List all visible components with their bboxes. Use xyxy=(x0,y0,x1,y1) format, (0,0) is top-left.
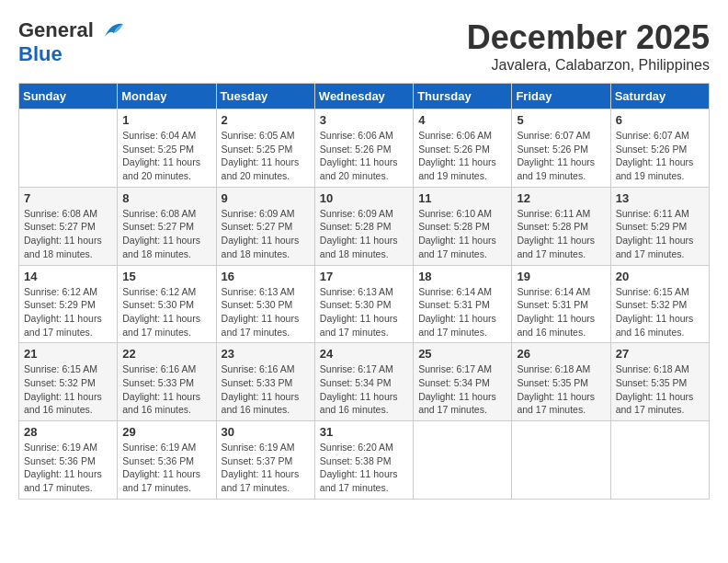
cell-day-number: 24 xyxy=(320,347,408,361)
cell-day-number: 11 xyxy=(418,191,506,205)
calendar-cell: 9Sunrise: 6:09 AMSunset: 5:27 PMDaylight… xyxy=(216,187,314,265)
cell-sun-info: Sunrise: 6:14 AMSunset: 5:31 PMDaylight:… xyxy=(418,285,506,339)
cell-day-number: 13 xyxy=(616,191,704,205)
calendar-cell: 22Sunrise: 6:16 AMSunset: 5:33 PMDayligh… xyxy=(118,343,216,421)
calendar-cell: 27Sunrise: 6:18 AMSunset: 5:35 PMDayligh… xyxy=(610,343,709,421)
month-title: December 2025 xyxy=(467,18,710,57)
cell-day-number: 6 xyxy=(616,113,704,127)
calendar-cell: 17Sunrise: 6:13 AMSunset: 5:30 PMDayligh… xyxy=(314,265,413,343)
cell-day-number: 19 xyxy=(517,270,605,283)
calendar-cell: 18Sunrise: 6:14 AMSunset: 5:31 PMDayligh… xyxy=(414,265,512,343)
cell-day-number: 17 xyxy=(320,270,408,283)
header-day-tuesday: Tuesday xyxy=(216,84,314,109)
cell-day-number: 26 xyxy=(517,347,605,361)
calendar-cell: 2Sunrise: 6:05 AMSunset: 5:25 PMDaylight… xyxy=(216,109,314,188)
header-day-wednesday: Wednesday xyxy=(314,84,413,109)
header-day-thursday: Thursday xyxy=(414,84,512,109)
cell-sun-info: Sunrise: 6:20 AMSunset: 5:38 PMDaylight:… xyxy=(320,441,408,495)
cell-sun-info: Sunrise: 6:19 AMSunset: 5:36 PMDaylight:… xyxy=(122,441,210,495)
cell-day-number: 29 xyxy=(122,425,210,439)
cell-sun-info: Sunrise: 6:09 AMSunset: 5:27 PMDaylight:… xyxy=(222,207,310,261)
calendar-cell: 6Sunrise: 6:07 AMSunset: 5:26 PMDaylight… xyxy=(610,109,709,188)
header-day-friday: Friday xyxy=(512,84,610,109)
header-day-monday: Monday xyxy=(118,84,216,109)
calendar-table: SundayMondayTuesdayWednesdayThursdayFrid… xyxy=(18,83,710,500)
calendar-cell: 13Sunrise: 6:11 AMSunset: 5:29 PMDayligh… xyxy=(610,187,709,265)
cell-day-number: 1 xyxy=(122,113,210,127)
calendar-cell: 21Sunrise: 6:15 AMSunset: 5:32 PMDayligh… xyxy=(19,343,118,421)
calendar-cell: 15Sunrise: 6:12 AMSunset: 5:30 PMDayligh… xyxy=(118,265,216,343)
calendar-cell: 7Sunrise: 6:08 AMSunset: 5:27 PMDaylight… xyxy=(19,187,118,265)
calendar-cell: 28Sunrise: 6:19 AMSunset: 5:36 PMDayligh… xyxy=(19,421,118,500)
cell-day-number: 2 xyxy=(222,113,310,127)
cell-sun-info: Sunrise: 6:12 AMSunset: 5:30 PMDaylight:… xyxy=(122,285,210,339)
calendar-cell: 20Sunrise: 6:15 AMSunset: 5:32 PMDayligh… xyxy=(610,265,709,343)
cell-sun-info: Sunrise: 6:06 AMSunset: 5:26 PMDaylight:… xyxy=(418,129,506,183)
calendar-cell: 16Sunrise: 6:13 AMSunset: 5:30 PMDayligh… xyxy=(216,265,314,343)
cell-sun-info: Sunrise: 6:15 AMSunset: 5:32 PMDaylight:… xyxy=(616,285,704,339)
calendar-week-row: 28Sunrise: 6:19 AMSunset: 5:36 PMDayligh… xyxy=(19,421,710,500)
cell-day-number: 15 xyxy=(122,270,210,283)
cell-day-number: 3 xyxy=(320,113,408,127)
logo-bird-icon xyxy=(97,20,125,40)
title-block: December 2025 Javalera, Calabarzon, Phil… xyxy=(467,18,710,74)
cell-sun-info: Sunrise: 6:17 AMSunset: 5:34 PMDaylight:… xyxy=(320,362,408,417)
calendar-cell: 26Sunrise: 6:18 AMSunset: 5:35 PMDayligh… xyxy=(512,343,610,421)
cell-day-number: 8 xyxy=(122,191,210,205)
calendar-cell xyxy=(512,421,610,500)
cell-sun-info: Sunrise: 6:11 AMSunset: 5:29 PMDaylight:… xyxy=(616,207,704,261)
calendar-cell: 19Sunrise: 6:14 AMSunset: 5:31 PMDayligh… xyxy=(512,265,610,343)
cell-sun-info: Sunrise: 6:17 AMSunset: 5:34 PMDaylight:… xyxy=(418,362,506,417)
cell-sun-info: Sunrise: 6:07 AMSunset: 5:26 PMDaylight:… xyxy=(616,129,704,183)
header-day-sunday: Sunday xyxy=(19,84,118,109)
logo-blue-text: Blue xyxy=(18,42,63,65)
calendar-week-row: 7Sunrise: 6:08 AMSunset: 5:27 PMDaylight… xyxy=(19,187,710,265)
calendar-week-row: 14Sunrise: 6:12 AMSunset: 5:29 PMDayligh… xyxy=(19,265,710,343)
cell-day-number: 16 xyxy=(222,270,310,283)
calendar-cell: 11Sunrise: 6:10 AMSunset: 5:28 PMDayligh… xyxy=(414,187,512,265)
cell-day-number: 30 xyxy=(222,425,310,439)
logo-general-text: General xyxy=(18,18,94,42)
cell-sun-info: Sunrise: 6:14 AMSunset: 5:31 PMDaylight:… xyxy=(517,285,605,339)
cell-sun-info: Sunrise: 6:13 AMSunset: 5:30 PMDaylight:… xyxy=(320,285,408,339)
cell-sun-info: Sunrise: 6:19 AMSunset: 5:36 PMDaylight:… xyxy=(24,441,112,495)
calendar-cell: 4Sunrise: 6:06 AMSunset: 5:26 PMDaylight… xyxy=(414,109,512,188)
cell-day-number: 25 xyxy=(418,347,506,361)
calendar-cell xyxy=(414,421,512,500)
calendar-cell: 24Sunrise: 6:17 AMSunset: 5:34 PMDayligh… xyxy=(314,343,413,421)
calendar-cell xyxy=(610,421,709,500)
calendar-week-row: 21Sunrise: 6:15 AMSunset: 5:32 PMDayligh… xyxy=(19,343,710,421)
cell-sun-info: Sunrise: 6:10 AMSunset: 5:28 PMDaylight:… xyxy=(418,207,506,261)
cell-sun-info: Sunrise: 6:15 AMSunset: 5:32 PMDaylight:… xyxy=(24,362,112,417)
calendar-cell: 8Sunrise: 6:08 AMSunset: 5:27 PMDaylight… xyxy=(118,187,216,265)
cell-sun-info: Sunrise: 6:11 AMSunset: 5:28 PMDaylight:… xyxy=(517,207,605,261)
cell-day-number: 28 xyxy=(24,425,112,439)
cell-sun-info: Sunrise: 6:12 AMSunset: 5:29 PMDaylight:… xyxy=(24,285,112,339)
calendar-cell: 29Sunrise: 6:19 AMSunset: 5:36 PMDayligh… xyxy=(118,421,216,500)
cell-sun-info: Sunrise: 6:08 AMSunset: 5:27 PMDaylight:… xyxy=(122,207,210,261)
cell-sun-info: Sunrise: 6:19 AMSunset: 5:37 PMDaylight:… xyxy=(222,441,310,495)
calendar-cell: 12Sunrise: 6:11 AMSunset: 5:28 PMDayligh… xyxy=(512,187,610,265)
cell-day-number: 31 xyxy=(320,425,408,439)
calendar-cell: 3Sunrise: 6:06 AMSunset: 5:26 PMDaylight… xyxy=(314,109,413,188)
calendar-cell: 5Sunrise: 6:07 AMSunset: 5:26 PMDaylight… xyxy=(512,109,610,188)
calendar-cell xyxy=(19,109,118,188)
calendar-week-row: 1Sunrise: 6:04 AMSunset: 5:25 PMDaylight… xyxy=(19,109,710,188)
cell-sun-info: Sunrise: 6:16 AMSunset: 5:33 PMDaylight:… xyxy=(122,362,210,417)
cell-day-number: 27 xyxy=(616,347,704,361)
cell-sun-info: Sunrise: 6:13 AMSunset: 5:30 PMDaylight:… xyxy=(222,285,310,339)
cell-day-number: 23 xyxy=(222,347,310,361)
calendar-header-row: SundayMondayTuesdayWednesdayThursdayFrid… xyxy=(19,84,710,109)
cell-day-number: 9 xyxy=(222,191,310,205)
cell-sun-info: Sunrise: 6:09 AMSunset: 5:28 PMDaylight:… xyxy=(320,207,408,261)
cell-day-number: 12 xyxy=(517,191,605,205)
cell-sun-info: Sunrise: 6:16 AMSunset: 5:33 PMDaylight:… xyxy=(222,362,310,417)
cell-sun-info: Sunrise: 6:04 AMSunset: 5:25 PMDaylight:… xyxy=(122,129,210,183)
cell-sun-info: Sunrise: 6:18 AMSunset: 5:35 PMDaylight:… xyxy=(616,362,704,417)
cell-day-number: 21 xyxy=(24,347,112,361)
calendar-cell: 31Sunrise: 6:20 AMSunset: 5:38 PMDayligh… xyxy=(314,421,413,500)
cell-day-number: 7 xyxy=(24,191,112,205)
cell-day-number: 5 xyxy=(517,113,605,127)
cell-sun-info: Sunrise: 6:08 AMSunset: 5:27 PMDaylight:… xyxy=(24,207,112,261)
calendar-cell: 10Sunrise: 6:09 AMSunset: 5:28 PMDayligh… xyxy=(314,187,413,265)
